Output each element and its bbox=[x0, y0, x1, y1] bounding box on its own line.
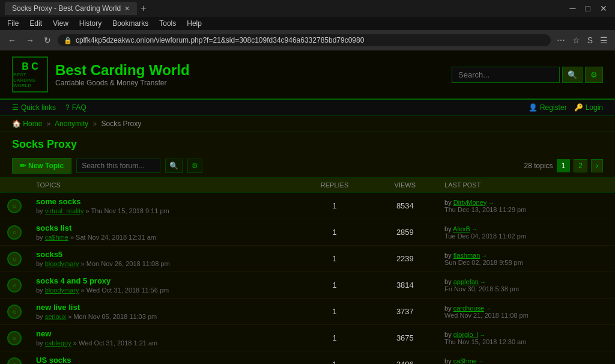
back-button[interactable]: ← bbox=[5, 34, 19, 46]
topic-views-cell: 3737 bbox=[373, 299, 437, 325]
topic-status-icon: ○ bbox=[7, 357, 22, 365]
go-icon: → bbox=[478, 358, 484, 365]
breadcrumb-anonymity[interactable]: Anonymity bbox=[55, 120, 88, 128]
topic-author-link[interactable]: cableguy bbox=[45, 339, 71, 347]
faq-link[interactable]: ? FAQ bbox=[65, 103, 86, 112]
browser-tab[interactable]: Socks Proxy - Best Carding World ✕ bbox=[5, 2, 137, 15]
forward-button[interactable]: → bbox=[23, 34, 37, 46]
new-topic-button[interactable]: ✏ New Topic bbox=[12, 158, 71, 174]
topic-title-link[interactable]: US socks bbox=[36, 356, 71, 364]
menu-bookmarks[interactable]: Bookmarks bbox=[108, 18, 153, 29]
new-topic-icon: ✏ bbox=[20, 162, 26, 170]
extensions-button[interactable]: ⋯ bbox=[554, 34, 568, 46]
tab-title: Socks Proxy - Best Carding World bbox=[12, 4, 121, 13]
topic-title-link[interactable]: socks5 bbox=[36, 250, 62, 259]
login-link[interactable]: 🔑 Login bbox=[574, 103, 603, 112]
topic-title-cell: new by cableguy » Wed Oct 31, 2018 1:21 … bbox=[29, 325, 296, 351]
topic-lastpost-cell: by AlexB→ Tue Dec 04, 2018 11:02 pm bbox=[437, 219, 615, 246]
address-bar[interactable] bbox=[76, 36, 545, 44]
header-search-input[interactable] bbox=[452, 67, 560, 83]
home-icon: 🏠 bbox=[12, 120, 21, 128]
topic-replies-cell: 1 bbox=[296, 325, 372, 351]
topic-icon-cell: ○ bbox=[0, 299, 29, 325]
topic-title-link[interactable]: new live list bbox=[36, 303, 80, 312]
go-icon: → bbox=[471, 226, 477, 232]
topic-icon-cell: ○ bbox=[0, 246, 29, 272]
topic-author-link[interactable]: ca$hme bbox=[45, 234, 68, 241]
close-button[interactable]: ✕ bbox=[597, 2, 610, 14]
go-icon: → bbox=[479, 332, 485, 338]
col-icon-header bbox=[0, 178, 29, 193]
topic-lastpost-cell: by applefan→ Fri Nov 30, 2018 5:38 pm bbox=[437, 272, 615, 299]
menu-view[interactable]: View bbox=[48, 18, 73, 29]
site-tagline: Cardable Goods & Money Transfer bbox=[55, 79, 190, 87]
topic-lastpost-author-link[interactable]: flashman bbox=[453, 252, 480, 259]
topic-lastpost-time: Wed Nov 21, 2018 11:08 pm bbox=[444, 312, 529, 319]
topic-lastpost-author-link[interactable]: ca$hme bbox=[453, 357, 477, 365]
topic-author-link[interactable]: bloodymary bbox=[45, 287, 79, 294]
topic-icon-cell: ○ bbox=[0, 193, 29, 219]
forum-search-settings-button[interactable]: ⚙ bbox=[187, 159, 202, 173]
site-title-area: Best Carding World Cardable Goods & Mone… bbox=[55, 62, 190, 87]
menu-file[interactable]: File bbox=[2, 18, 23, 29]
maximize-button[interactable]: □ bbox=[583, 2, 593, 14]
pagination-next[interactable]: › bbox=[591, 159, 603, 172]
table-row: ○ new by cableguy » Wed Oct 31, 2018 1:2… bbox=[0, 325, 615, 351]
bookmark-button[interactable]: ☆ bbox=[570, 34, 583, 46]
topic-lastpost-author-link[interactable]: cardhouse bbox=[453, 305, 484, 312]
topic-title-link[interactable]: new bbox=[36, 329, 51, 338]
sync-button[interactable]: S bbox=[585, 34, 595, 46]
menu-button[interactable]: ☰ bbox=[598, 34, 610, 46]
topic-title-link[interactable]: socks list bbox=[36, 223, 71, 232]
topic-views-cell: 8534 bbox=[373, 193, 437, 219]
topic-author-link[interactable]: serioux bbox=[45, 313, 66, 320]
topic-lastpost-author-link[interactable]: AlexB bbox=[453, 225, 470, 232]
topic-lastpost-author-link[interactable]: giorgio_l bbox=[453, 331, 479, 338]
quick-links-menu[interactable]: ☰ Quick links bbox=[12, 103, 56, 112]
topic-replies-cell: 1 bbox=[296, 246, 372, 272]
header-search-settings-button[interactable]: ⚙ bbox=[585, 67, 603, 83]
header-search-button[interactable]: 🔍 bbox=[562, 67, 583, 83]
topic-views-cell: 3814 bbox=[373, 272, 437, 299]
menu-history[interactable]: History bbox=[74, 18, 106, 29]
topic-views-cell: 3675 bbox=[373, 325, 437, 351]
topic-lastpost-author-link[interactable]: applefan bbox=[453, 278, 479, 285]
topic-meta: by bloodymary » Wed Oct 31, 2018 11:56 p… bbox=[36, 287, 289, 294]
refresh-button[interactable]: ↻ bbox=[41, 34, 54, 46]
breadcrumb: 🏠 Home » Anonymity » Socks Proxy bbox=[0, 116, 615, 132]
topic-lastpost-author-link[interactable]: DirtyMoney bbox=[453, 199, 487, 206]
new-tab-button[interactable]: + bbox=[141, 3, 146, 14]
go-icon: → bbox=[488, 199, 494, 206]
topic-views-cell: 3496 bbox=[373, 351, 437, 365]
total-topics-label: 28 topics bbox=[524, 162, 553, 170]
table-row: ○ socks list by ca$hme » Sat Nov 24, 201… bbox=[0, 219, 615, 246]
menu-tools[interactable]: Tools bbox=[154, 18, 181, 29]
topic-title-link[interactable]: some socks bbox=[36, 197, 80, 206]
topic-lastpost-cell: by cardhouse→ Wed Nov 21, 2018 11:08 pm bbox=[437, 299, 615, 325]
pagination-page-1[interactable]: 1 bbox=[557, 159, 571, 172]
table-header-row: TOPICS REPLIES VIEWS LAST POST bbox=[0, 178, 615, 193]
topic-lastpost-cell: by ca$hme→ Wed Nov 14, 2018 1:02 am bbox=[437, 351, 615, 365]
forum-search-button[interactable]: 🔍 bbox=[165, 159, 183, 173]
topic-status-icon: ○ bbox=[7, 252, 22, 266]
topic-author-link[interactable]: bloodymary bbox=[45, 260, 79, 267]
topic-status-icon: ○ bbox=[7, 278, 22, 293]
topic-meta: by cableguy » Wed Oct 31, 2018 1:21 am bbox=[36, 339, 289, 347]
minimize-button[interactable]: ─ bbox=[567, 2, 579, 14]
menu-help[interactable]: Help bbox=[182, 18, 207, 29]
topic-author-link[interactable]: virtual_reality bbox=[45, 207, 84, 214]
breadcrumb-sep-2: » bbox=[92, 120, 97, 128]
topic-meta: by bloodymary » Mon Nov 26, 2018 11:08 p… bbox=[36, 260, 289, 267]
topic-icon-cell: ○ bbox=[0, 272, 29, 299]
breadcrumb-home[interactable]: Home bbox=[23, 120, 42, 128]
top-nav-left: ☰ Quick links ? FAQ bbox=[12, 103, 86, 112]
topic-title-link[interactable]: socks 4 and 5 proxy bbox=[36, 276, 111, 285]
menu-edit[interactable]: Edit bbox=[25, 18, 47, 29]
tab-close-btn[interactable]: ✕ bbox=[124, 5, 130, 13]
topic-replies-cell: 1 bbox=[296, 193, 372, 219]
pagination-page-2[interactable]: 2 bbox=[574, 159, 587, 172]
topic-lastpost-time: Sun Dec 02, 2018 9:58 pm bbox=[444, 259, 523, 266]
register-link[interactable]: 👤 Register bbox=[529, 103, 567, 112]
forum-search-input[interactable] bbox=[76, 159, 160, 173]
breadcrumb-sep-1: » bbox=[47, 120, 51, 128]
